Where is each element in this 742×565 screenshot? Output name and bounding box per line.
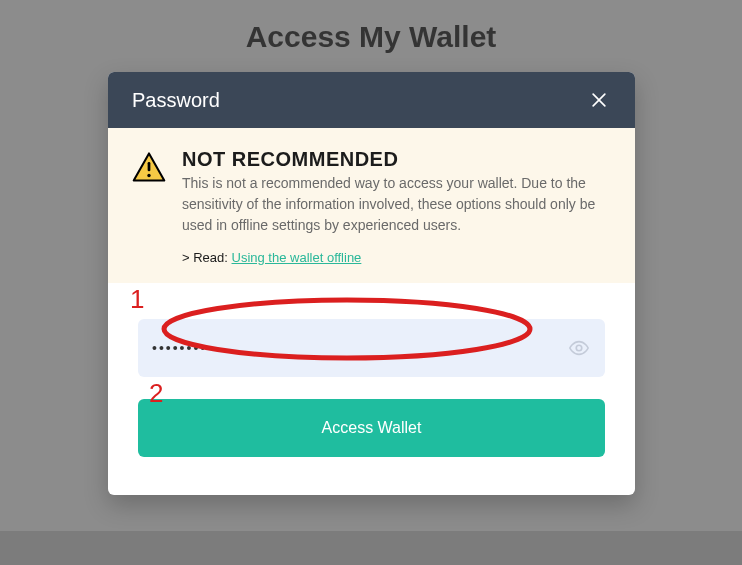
svg-point-4 [147, 174, 150, 177]
warning-text: NOT RECOMMENDED This is not a recommende… [182, 148, 611, 265]
using-wallet-offline-link[interactable]: Using the wallet offline [232, 250, 362, 265]
warning-triangle-icon [132, 150, 166, 188]
password-input[interactable] [152, 340, 567, 356]
svg-rect-3 [148, 162, 151, 171]
close-icon[interactable] [587, 88, 611, 112]
warning-heading: NOT RECOMMENDED [182, 148, 611, 171]
warning-description: This is not a recommended way to access … [182, 173, 611, 236]
warning-read-line: > Read: Using the wallet offline [182, 250, 611, 265]
password-modal: Password NOT RECOMMENDED This is not a r… [108, 72, 635, 495]
warning-read-prefix: > Read: [182, 250, 232, 265]
access-wallet-button[interactable]: Access Wallet [138, 399, 605, 457]
warning-box: NOT RECOMMENDED This is not a recommende… [108, 128, 635, 283]
toggle-visibility-icon[interactable] [567, 336, 591, 360]
password-input-wrap [138, 319, 605, 377]
svg-point-5 [576, 345, 582, 351]
modal-title: Password [132, 89, 220, 112]
modal-body: Access Wallet [108, 283, 635, 495]
modal-header: Password [108, 72, 635, 128]
